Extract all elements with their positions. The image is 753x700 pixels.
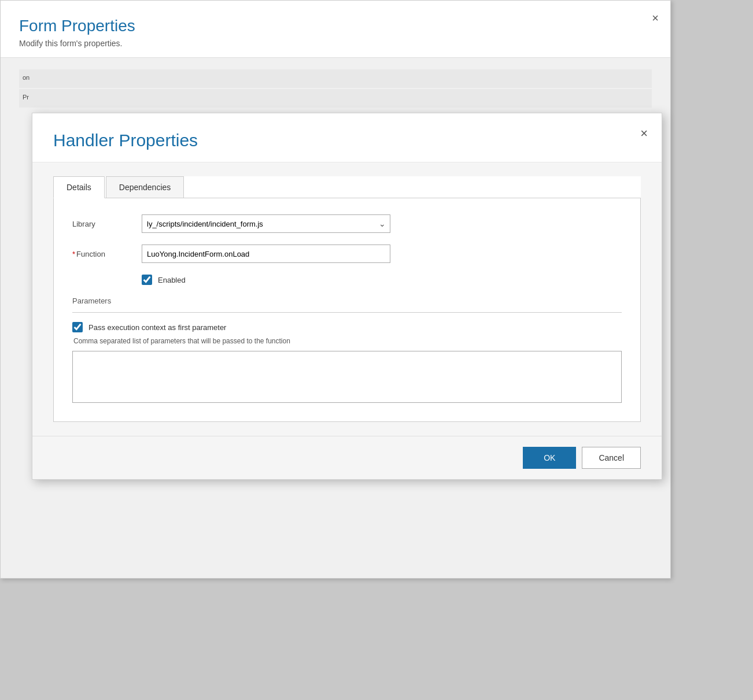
enabled-label: Enabled xyxy=(158,276,186,284)
dialog-footer: OK Cancel xyxy=(32,436,662,479)
handler-properties-body: Details Dependencies Library ly_/scripts… xyxy=(32,162,662,436)
ok-button[interactable]: OK xyxy=(523,447,576,469)
library-select-wrapper: ly_/scripts/incident/incident_form.js ⌄ xyxy=(142,214,390,233)
param-description: Comma separated list of parameters that … xyxy=(73,337,622,345)
tab-dependencies[interactable]: Dependencies xyxy=(106,176,184,198)
form-properties-header: Form Properties Modify this form's prope… xyxy=(1,1,670,58)
library-label: Library xyxy=(72,220,142,228)
parameters-textarea[interactable] xyxy=(72,351,622,403)
tab-bar: Details Dependencies xyxy=(53,176,641,198)
sidebar-item: on xyxy=(19,69,652,88)
cancel-button[interactable]: Cancel xyxy=(582,447,641,469)
handler-properties-dialog: Handler Properties × Details Dependencie… xyxy=(32,113,662,480)
function-row: *Function xyxy=(72,245,622,263)
sidebar-item: Pr xyxy=(19,89,652,108)
enabled-checkbox[interactable] xyxy=(142,275,152,285)
form-properties-close-button[interactable]: × xyxy=(652,12,659,24)
required-star: * xyxy=(72,250,75,258)
details-content: Library ly_/scripts/incident/incident_fo… xyxy=(53,198,641,422)
handler-properties-title: Handler Properties xyxy=(53,131,641,150)
handler-properties-header: Handler Properties × xyxy=(32,113,662,162)
pass-execution-label: Pass execution context as first paramete… xyxy=(88,323,226,332)
enabled-row: Enabled xyxy=(142,275,622,285)
pass-execution-row: Pass execution context as first paramete… xyxy=(72,322,622,332)
form-properties-title: Form Properties xyxy=(19,17,652,35)
parameters-section: Parameters Pass execution context as fir… xyxy=(72,297,622,405)
library-select[interactable]: ly_/scripts/incident/incident_form.js xyxy=(142,214,390,233)
library-row: Library ly_/scripts/incident/incident_fo… xyxy=(72,214,622,233)
parameters-label: Parameters xyxy=(72,297,622,305)
section-divider xyxy=(72,312,622,313)
handler-properties-close-button[interactable]: × xyxy=(640,127,648,140)
function-label: *Function xyxy=(72,250,142,258)
tab-details[interactable]: Details xyxy=(53,176,105,198)
function-input[interactable] xyxy=(142,245,390,263)
form-properties-subtitle: Modify this form's properties. xyxy=(19,39,652,48)
pass-execution-checkbox[interactable] xyxy=(72,322,83,332)
